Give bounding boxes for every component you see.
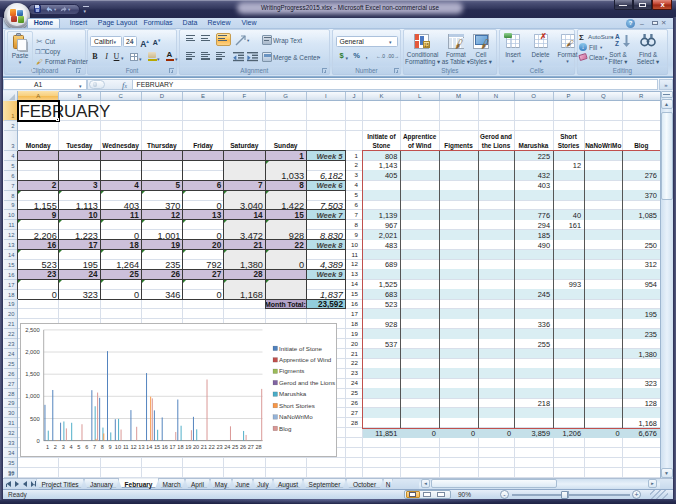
svg-text:19: 19 [185,444,191,450]
svg-text:1: 1 [46,444,49,450]
svg-text:2,000: 2,000 [25,349,40,355]
svg-text:27: 27 [248,444,254,450]
svg-text:Marushka: Marushka [279,391,307,398]
svg-text:1,000: 1,000 [25,394,40,400]
svg-text:13: 13 [138,444,144,450]
svg-text:Apprentice of Wind: Apprentice of Wind [279,356,332,363]
svg-text:Figments: Figments [279,368,304,375]
svg-text:4: 4 [69,444,72,450]
svg-text:18: 18 [177,444,183,450]
svg-text:11: 11 [123,444,129,450]
svg-text:2,500: 2,500 [25,327,40,333]
svg-text:500: 500 [30,416,40,422]
svg-text:3: 3 [62,444,65,450]
svg-text:Gerod and the Lions: Gerod and the Lions [279,379,335,386]
svg-text:16: 16 [162,444,168,450]
svg-text:5: 5 [77,444,80,450]
svg-text:25: 25 [232,444,238,450]
svg-text:6: 6 [85,444,88,450]
svg-text:Short Stories: Short Stories [279,402,315,409]
svg-text:NaNoWriMo: NaNoWriMo [279,413,313,420]
svg-text:7: 7 [93,444,96,450]
svg-text:24: 24 [224,444,230,450]
svg-text:8: 8 [101,444,104,450]
svg-text:26: 26 [240,444,246,450]
svg-text:10: 10 [115,444,121,450]
svg-text:23: 23 [216,444,222,450]
svg-text:1,500: 1,500 [25,371,40,377]
svg-text:2: 2 [54,444,57,450]
svg-text:21: 21 [201,444,207,450]
svg-text:15: 15 [154,444,160,450]
svg-text:Initiate of Stone: Initiate of Stone [279,345,323,352]
svg-text:17: 17 [169,444,175,450]
svg-text:12: 12 [130,444,136,450]
svg-text:9: 9 [109,444,112,450]
svg-text:22: 22 [209,444,215,450]
svg-text:14: 14 [146,444,152,450]
svg-text:28: 28 [255,444,261,450]
svg-text:Blog: Blog [279,425,292,432]
svg-text:0: 0 [36,438,39,444]
svg-text:20: 20 [193,444,199,450]
